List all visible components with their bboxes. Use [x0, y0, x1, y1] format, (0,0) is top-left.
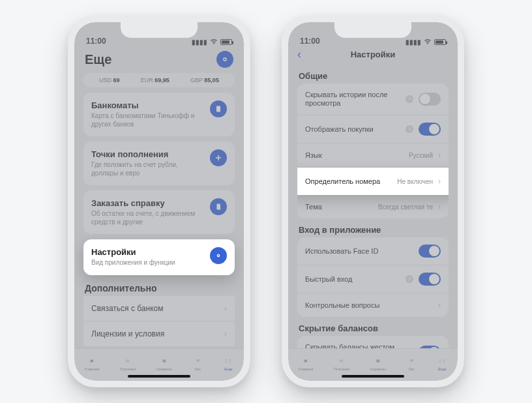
tab-more[interactable]: ⋮⋮Еще	[223, 355, 233, 371]
group-title-login: Вход в приложение	[299, 225, 447, 235]
svg-point-6	[218, 255, 219, 256]
tab-more[interactable]: ⋮⋮Еще	[437, 355, 447, 371]
more-icon: ⋮⋮	[223, 355, 233, 366]
callerid-label: Определитель номера	[305, 177, 392, 186]
gear-icon	[210, 247, 227, 264]
theme-label: Тема	[305, 203, 373, 211]
payments-icon: ◎	[123, 355, 133, 366]
eur-value: 69,95	[155, 77, 170, 83]
tab-services[interactable]: ▦Сервисы	[156, 355, 172, 371]
battery-icon	[220, 39, 232, 45]
setting-hide-history[interactable]: Скрывать истории после просмотра ?	[297, 83, 449, 115]
usd-value: 69	[113, 77, 120, 83]
toggle-faceid[interactable]	[419, 245, 441, 258]
tab-services[interactable]: ▦Сервисы	[370, 355, 386, 371]
plus-icon	[210, 149, 227, 166]
nav-title: Настройки	[351, 50, 396, 59]
wifi-icon	[210, 38, 218, 46]
svg-rect-3	[216, 106, 220, 112]
signal-icon: ▮▮▮▮	[192, 38, 207, 46]
status-time: 11:00	[300, 37, 320, 46]
page-title: Еще	[85, 52, 111, 67]
security-questions-label: Контрольные вопросы	[305, 301, 433, 310]
back-button[interactable]: ‹	[297, 48, 301, 61]
topup-subtitle: Где положить на счет рубли, доллары и ев…	[91, 161, 203, 177]
help-icon[interactable]: ?	[406, 275, 413, 283]
toggle-quick-login[interactable]	[419, 273, 441, 286]
help-icon[interactable]: ?	[406, 95, 413, 103]
setting-caller-id[interactable]: Определитель номера Не включен ›	[297, 168, 449, 195]
tab-payments[interactable]: ◎Платежи	[120, 355, 136, 371]
services-icon: ▦	[159, 355, 170, 366]
currency-rates[interactable]: USD 69 EUR 69,95 GBP 85,05	[83, 73, 235, 87]
extra-section-title: Дополнительно	[85, 283, 233, 293]
settings-group-general: Скрывать истории после просмотра ? Отобр…	[297, 83, 449, 218]
setting-theme[interactable]: Тема Всегда светлая те ›	[297, 195, 449, 218]
statement-title: Заказать справку	[91, 198, 203, 208]
extra-licenses[interactable]: Лицензии и условия ›	[83, 321, 235, 347]
chevron-right-icon: ›	[224, 304, 227, 313]
group-title-general: Общие	[299, 71, 447, 81]
language-label: Язык	[305, 151, 404, 160]
setting-show-purchases[interactable]: Отображать покупки ?	[297, 115, 449, 143]
battery-icon	[434, 39, 446, 45]
device-notch	[121, 22, 198, 38]
gbp-label: GBP	[190, 77, 203, 83]
licenses-label: Лицензии и условия	[91, 329, 164, 338]
more-icon: ⋮⋮	[437, 355, 447, 366]
chevron-right-icon: ›	[224, 329, 227, 338]
chat-icon: ✉	[406, 355, 417, 366]
menu-item-statement[interactable]: Заказать справку Об остатке на счете, с …	[83, 190, 235, 234]
faceid-label: Использовать Face ID	[305, 247, 413, 256]
settings-subtitle: Вид приложения и функции	[91, 259, 203, 267]
home-icon: ▣	[301, 355, 311, 366]
tab-payments[interactable]: ◎Платежи	[334, 355, 349, 371]
atm-icon	[210, 100, 227, 117]
home-indicator[interactable]	[128, 375, 190, 378]
atms-title: Банкоматы	[91, 100, 203, 110]
statement-subtitle: Об остатке на счете, с движением средств…	[91, 210, 203, 226]
phone-right-mockup: 11:00 ▮▮▮▮ ‹ Настройки Общие Скрывать ис…	[282, 16, 464, 387]
gbp-value: 85,05	[204, 77, 219, 83]
menu-item-atms[interactable]: Банкоматы Карта с банкоматами Тинькофф и…	[83, 93, 235, 136]
document-icon	[210, 198, 227, 215]
home-indicator[interactable]	[342, 375, 404, 378]
menu-item-settings[interactable]: Настройки Вид приложения и функции	[83, 239, 235, 275]
help-icon[interactable]: ?	[406, 125, 413, 133]
status-time: 11:00	[86, 37, 106, 46]
chat-icon: ✉	[192, 355, 203, 366]
tab-chat[interactable]: ✉Чат	[406, 355, 417, 371]
payments-icon: ◎	[336, 355, 347, 366]
profile-icon[interactable]	[216, 51, 233, 68]
toggle-hide-history[interactable]	[419, 93, 441, 106]
setting-language[interactable]: Язык Русский ›	[297, 143, 449, 168]
setting-faceid[interactable]: Использовать Face ID	[297, 237, 449, 265]
topup-title: Точки пополнения	[91, 149, 203, 159]
theme-value: Всегда светлая те	[378, 203, 433, 211]
tab-chat[interactable]: ✉Чат	[192, 355, 203, 371]
home-icon: ▣	[87, 355, 97, 366]
phone-left-mockup: 11:00 ▮▮▮▮ Еще USD 69 EUR 69,95 GBP 85,0…	[68, 16, 250, 387]
show-purchases-label: Отображать покупки	[305, 125, 400, 134]
settings-title: Настройки	[91, 247, 203, 257]
device-notch	[334, 22, 411, 38]
toggle-show-purchases[interactable]	[419, 123, 441, 136]
chevron-right-icon: ›	[438, 301, 441, 310]
chevron-right-icon: ›	[438, 202, 441, 211]
usd-label: USD	[99, 77, 111, 83]
group-title-balances: Скрытие балансов	[299, 323, 447, 333]
tab-main[interactable]: ▣Главная	[299, 355, 314, 371]
services-icon: ▦	[373, 355, 383, 366]
tab-main[interactable]: ▣Главная	[85, 355, 100, 371]
menu-item-topup[interactable]: Точки пополнения Где положить на счет ру…	[83, 142, 235, 185]
setting-quick-login[interactable]: Быстрый вход ?	[297, 265, 449, 293]
extra-contact-bank[interactable]: Связаться с банком ›	[83, 296, 235, 321]
page-header: Еще	[74, 47, 244, 73]
callerid-value: Не включен	[397, 178, 433, 185]
signal-icon: ▮▮▮▮	[406, 38, 421, 46]
settings-group-login: Использовать Face ID Быстрый вход ? Конт…	[297, 237, 449, 317]
setting-security-questions[interactable]: Контрольные вопросы ›	[297, 293, 449, 317]
contact-label: Связаться с банком	[91, 304, 163, 313]
svg-point-2	[224, 59, 226, 61]
hide-history-label: Скрывать истории после просмотра	[305, 91, 400, 108]
